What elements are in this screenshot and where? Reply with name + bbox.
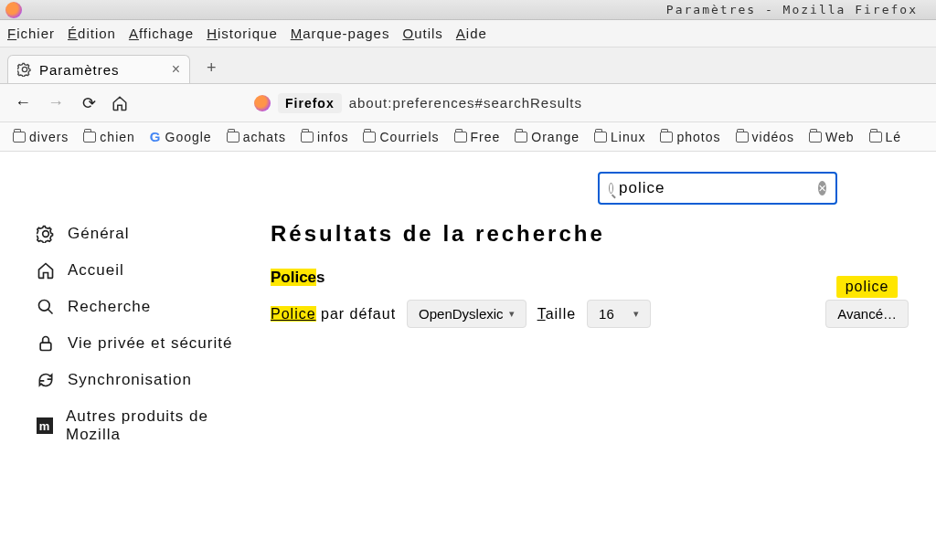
- bookmarks-toolbar: divers chien GGoogle achats infos Courri…: [0, 122, 936, 152]
- bookmark-truncated[interactable]: Lé: [869, 130, 902, 144]
- font-family-value: OpenDyslexic: [419, 306, 504, 322]
- highlight-text: Police: [271, 269, 316, 286]
- sidebar-item-sync[interactable]: Synchronisation: [37, 362, 238, 398]
- sidebar-label: Recherche: [68, 298, 151, 316]
- folder-icon: [660, 132, 673, 143]
- menu-bar: Fichier Édition Affichage Historique Mar…: [0, 20, 936, 48]
- back-button[interactable]: ←: [13, 93, 33, 112]
- folder-icon: [736, 132, 749, 143]
- sidebar-item-home[interactable]: Accueil: [37, 252, 238, 289]
- tab-settings[interactable]: Paramètres ×: [7, 55, 190, 83]
- menu-history[interactable]: Historique: [207, 26, 278, 41]
- folder-icon: [227, 132, 239, 143]
- menu-help[interactable]: Aide: [456, 26, 487, 41]
- chevron-down-icon: ▾: [633, 308, 639, 320]
- bookmark-infos[interactable]: infos: [301, 130, 349, 144]
- tab-close-button[interactable]: ×: [172, 61, 180, 78]
- svg-point-0: [39, 301, 50, 312]
- bookmark-web[interactable]: Web: [809, 130, 855, 144]
- folder-icon: [301, 132, 314, 143]
- sync-icon: [37, 371, 55, 389]
- search-icon: [37, 298, 55, 316]
- svg-rect-2: [40, 343, 51, 350]
- default-font-label: Police par défaut: [271, 306, 396, 322]
- search-results-heading: Résultats de la recherche: [271, 221, 909, 247]
- forward-button[interactable]: →: [46, 93, 66, 112]
- firefox-logo-icon: [5, 2, 22, 18]
- menu-edit[interactable]: Édition: [68, 26, 116, 41]
- mozilla-icon: m: [37, 417, 53, 435]
- url-identity-badge: Firefox: [278, 93, 342, 113]
- folder-icon: [869, 132, 882, 143]
- bookmark-linux[interactable]: Linux: [594, 130, 645, 144]
- bookmark-divers[interactable]: divers: [13, 130, 69, 144]
- advanced-fonts-button[interactable]: Avancé…: [825, 300, 909, 328]
- folder-icon: [515, 132, 527, 143]
- folder-icon: [809, 132, 822, 143]
- bookmark-google[interactable]: GGoogle: [150, 129, 212, 144]
- font-size-select[interactable]: 16 ▾: [587, 300, 651, 328]
- reload-button[interactable]: ⟳: [79, 93, 99, 113]
- menu-bookmarks[interactable]: Marque-pages: [291, 26, 390, 41]
- font-family-select[interactable]: OpenDyslexic ▾: [407, 300, 526, 328]
- sidebar-item-search[interactable]: Recherche: [37, 289, 238, 325]
- svg-line-1: [48, 310, 53, 314]
- tab-title: Paramètres: [39, 62, 165, 78]
- settings-sidebar: Général Accueil Recherche Vie privée et …: [0, 152, 256, 560]
- sidebar-label: Accueil: [68, 261, 124, 280]
- bookmark-photos[interactable]: photos: [660, 130, 720, 144]
- menu-file[interactable]: Fichier: [7, 26, 55, 41]
- window-title: Paramètres - Mozilla Firefox: [666, 3, 918, 16]
- highlight-text: Police: [271, 306, 316, 322]
- bookmark-chien[interactable]: chien: [83, 130, 134, 144]
- menu-tools[interactable]: Outils: [402, 26, 442, 41]
- chevron-down-icon: ▾: [509, 308, 515, 320]
- firefox-icon: [254, 95, 271, 111]
- navigation-toolbar: ← → ⟳ Firefox about:preferences#searchRe…: [0, 84, 936, 122]
- folder-icon: [594, 132, 607, 143]
- url-text: about:preferences#searchResults: [349, 95, 582, 111]
- tab-bar: Paramètres × +: [0, 48, 936, 84]
- sidebar-label: Vie privée et sécurité: [68, 334, 232, 353]
- fonts-section-heading: Polices: [271, 269, 909, 287]
- advanced-label: Avancé…: [837, 306, 897, 322]
- bookmark-free[interactable]: Free: [454, 130, 501, 144]
- bookmark-orange[interactable]: Orange: [515, 130, 580, 144]
- window-titlebar: Paramètres - Mozilla Firefox: [0, 0, 936, 20]
- folder-icon: [13, 132, 26, 143]
- sidebar-item-more-mozilla[interactable]: m Autres produits de Mozilla: [37, 398, 238, 453]
- new-tab-button[interactable]: +: [197, 53, 226, 83]
- sidebar-item-privacy[interactable]: Vie privée et sécurité: [37, 325, 238, 362]
- home-icon: [37, 261, 55, 280]
- google-icon: G: [150, 129, 162, 144]
- settings-content: Général Accueil Recherche Vie privée et …: [0, 152, 936, 560]
- gear-icon: [17, 62, 32, 77]
- lock-icon: [37, 334, 55, 353]
- default-font-row: Police par défaut OpenDyslexic ▾ Taille …: [271, 300, 909, 328]
- folder-icon: [363, 132, 376, 143]
- home-button[interactable]: [112, 95, 132, 111]
- font-size-value: 16: [599, 306, 614, 322]
- sidebar-item-general[interactable]: Général: [37, 216, 238, 252]
- folder-icon: [454, 132, 467, 143]
- bookmark-courriels[interactable]: Courriels: [363, 130, 439, 144]
- url-bar[interactable]: Firefox about:preferences#searchResults: [254, 93, 582, 113]
- font-size-label: Taille: [537, 306, 576, 322]
- folder-icon: [83, 132, 96, 143]
- bookmark-achats[interactable]: achats: [227, 130, 286, 144]
- sidebar-label: Général: [68, 225, 129, 243]
- menu-view[interactable]: Affichage: [129, 26, 194, 41]
- bookmark-videos[interactable]: vidéos: [736, 130, 794, 144]
- settings-main-panel: Résultats de la recherche Polices Police…: [256, 152, 936, 560]
- sidebar-label: Synchronisation: [68, 371, 192, 389]
- search-match-badge: police: [836, 276, 899, 298]
- gear-icon: [37, 225, 55, 243]
- sidebar-label: Autres produits de Mozilla: [66, 407, 238, 444]
